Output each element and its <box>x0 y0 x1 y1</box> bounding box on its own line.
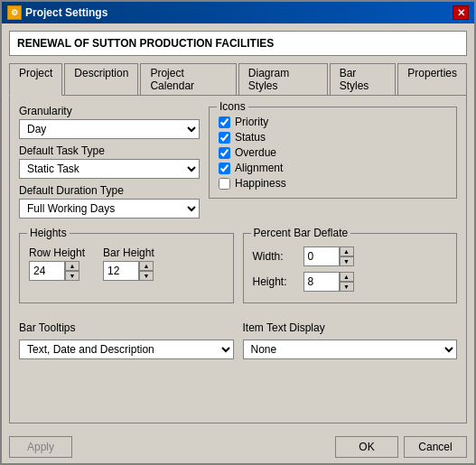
percent-height-spinbox-btns: ▲ ▼ <box>340 272 354 292</box>
row-height-down-btn[interactable]: ▼ <box>65 271 79 281</box>
row-height-group: Row Height ▲ ▼ <box>29 246 85 281</box>
footer: Apply OK Cancel <box>2 431 474 463</box>
right-column: Icons Priority Status Overdue <box>209 105 457 219</box>
tab-content: Granularity Day Default Task Type Stat <box>9 95 467 423</box>
icon-priority-label: Priority <box>235 116 268 128</box>
item-text-display-label: Item Text Display <box>243 321 458 334</box>
icons-groupbox: Icons Priority Status Overdue <box>209 107 457 199</box>
footer-left: Apply <box>9 436 330 458</box>
percent-height-input[interactable] <box>303 272 340 292</box>
bar-height-spinbox-btns: ▲ ▼ <box>139 261 154 281</box>
default-task-type-group: Default Task Type Static Task <box>19 144 200 179</box>
tab-project[interactable]: Project <box>9 63 62 96</box>
percent-bar-deflate-groupbox: Percent Bar Deflate Width: ▲ ▼ <box>243 233 458 303</box>
icon-status-checkbox[interactable] <box>219 132 230 144</box>
bar-height-group: Bar Height ▲ ▼ <box>103 246 154 281</box>
icon-alignment-label: Alignment <box>235 162 283 174</box>
bar-tooltips-label: Bar Tooltips <box>19 321 234 334</box>
percent-width-spinbox: ▲ ▼ <box>303 246 354 266</box>
row-height-spinbox-btns: ▲ ▼ <box>65 261 79 281</box>
close-button[interactable]: ✕ <box>453 5 469 20</box>
tab-bar-styles[interactable]: Bar Styles <box>330 63 397 95</box>
tab-description[interactable]: Description <box>64 63 138 95</box>
bar-height-spinbox: ▲ ▼ <box>103 261 154 281</box>
bar-height-label: Bar Height <box>103 246 154 259</box>
bar-height-up-btn[interactable]: ▲ <box>139 261 154 271</box>
default-task-type-select-wrapper: Static Task <box>19 159 200 179</box>
default-task-type-select[interactable]: Static Task <box>19 159 200 179</box>
granularity-select-wrapper: Day <box>19 119 200 139</box>
project-title: RENEWAL OF SUTTON PRODUCTION FACILITIES <box>9 31 467 56</box>
row-height-input[interactable] <box>29 261 65 281</box>
granularity-select[interactable]: Day <box>19 119 200 139</box>
default-duration-type-select-wrapper: Full Working Days <box>19 199 200 219</box>
icon-happiness-checkbox[interactable] <box>219 178 230 190</box>
percent-height-up-btn[interactable]: ▲ <box>340 272 354 282</box>
heights-groupbox-label: Heights <box>27 227 70 239</box>
ok-button[interactable]: OK <box>335 436 398 458</box>
percent-width-label: Width: <box>253 250 298 263</box>
default-duration-type-label: Default Duration Type <box>19 184 200 197</box>
percent-width-up-btn[interactable]: ▲ <box>340 246 354 256</box>
icon-status-row: Status <box>219 131 447 144</box>
apply-button[interactable]: Apply <box>9 436 72 458</box>
icon-status-label: Status <box>235 131 266 144</box>
bar-tooltips-select-wrapper: Text, Date and Description <box>19 339 234 359</box>
content-area: RENEWAL OF SUTTON PRODUCTION FACILITIES … <box>2 23 474 431</box>
percent-bar-deflate-label: Percent Bar Deflate <box>251 227 351 239</box>
top-section: Granularity Day Default Task Type Stat <box>19 105 457 219</box>
tabs: Project Description Project Calendar Dia… <box>9 63 467 95</box>
tab-diagram-styles[interactable]: Diagram Styles <box>238 63 328 95</box>
icon-overdue-label: Overdue <box>235 146 276 159</box>
title-bar: ⚙ Project Settings ✕ <box>2 2 474 23</box>
granularity-label: Granularity <box>19 105 200 117</box>
percent-height-label: Height: <box>253 275 298 288</box>
percent-height-down-btn[interactable]: ▼ <box>340 282 354 292</box>
window: ⚙ Project Settings ✕ RENEWAL OF SUTTON P… <box>0 0 476 465</box>
tab-project-calendar[interactable]: Project Calendar <box>140 63 236 95</box>
window-icon: ⚙ <box>7 5 22 20</box>
icon-alignment-row: Alignment <box>219 162 447 174</box>
default-task-type-label: Default Task Type <box>19 144 200 157</box>
percent-height-spinbox: ▲ ▼ <box>303 272 354 292</box>
icon-happiness-row: Happiness <box>219 177 447 190</box>
percent-height-row: Height: ▲ ▼ <box>253 272 448 292</box>
heights-groupbox: Heights Row Height ▲ ▼ <box>19 233 234 303</box>
percent-width-spinbox-btns: ▲ ▼ <box>340 246 354 266</box>
icon-overdue-row: Overdue <box>219 146 447 159</box>
window-title: Project Settings <box>25 6 107 19</box>
bar-tooltips-group: Bar Tooltips Text, Date and Description <box>19 321 234 359</box>
icons-groupbox-label: Icons <box>217 100 248 113</box>
row-height-up-btn[interactable]: ▲ <box>65 261 79 271</box>
item-text-display-select-wrapper: None <box>243 339 458 359</box>
item-text-display-select[interactable]: None <box>243 339 458 359</box>
row-height-spinbox: ▲ ▼ <box>29 261 85 281</box>
default-duration-type-group: Default Duration Type Full Working Days <box>19 184 200 219</box>
icon-alignment-checkbox[interactable] <box>219 163 230 174</box>
row-height-label: Row Height <box>29 246 85 259</box>
title-bar-left: ⚙ Project Settings <box>7 5 107 20</box>
default-duration-type-select[interactable]: Full Working Days <box>19 199 200 219</box>
bar-height-input[interactable] <box>103 261 139 281</box>
bar-height-down-btn[interactable]: ▼ <box>139 271 154 281</box>
cancel-button[interactable]: Cancel <box>404 436 467 458</box>
icon-overdue-checkbox[interactable] <box>219 147 230 159</box>
tab-properties[interactable]: Properties <box>397 63 467 95</box>
item-text-display-group: Item Text Display None <box>243 321 458 359</box>
icon-priority-row: Priority <box>219 116 447 128</box>
icon-priority-checkbox[interactable] <box>219 116 230 128</box>
bottom-section: Bar Tooltips Text, Date and Description … <box>19 321 457 359</box>
percent-width-row: Width: ▲ ▼ <box>253 246 448 266</box>
middle-section: Heights Row Height ▲ ▼ <box>19 233 457 303</box>
icon-happiness-label: Happiness <box>235 177 286 190</box>
granularity-group: Granularity Day <box>19 105 200 139</box>
percent-width-input[interactable] <box>303 246 340 266</box>
bar-tooltips-select[interactable]: Text, Date and Description <box>19 339 234 359</box>
left-column: Granularity Day Default Task Type Stat <box>19 105 200 219</box>
percent-width-down-btn[interactable]: ▼ <box>340 256 354 266</box>
